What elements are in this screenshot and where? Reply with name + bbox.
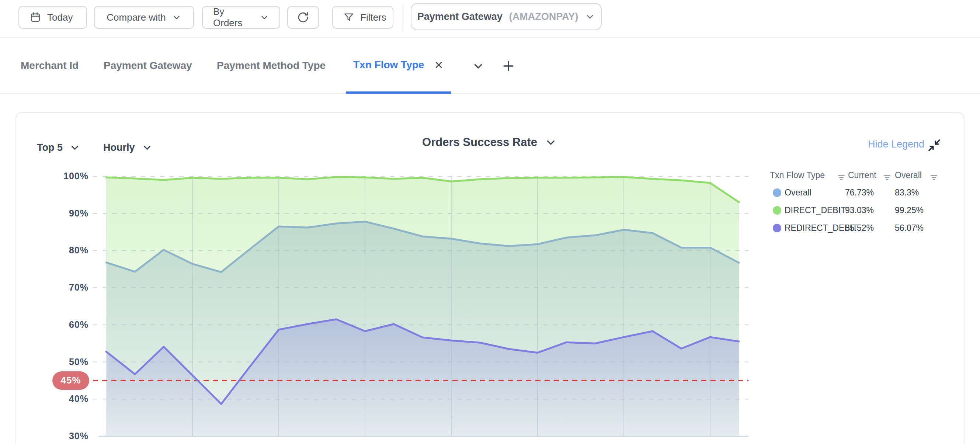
interval-label: Hourly	[103, 142, 135, 153]
chevron-down-icon	[544, 136, 557, 149]
payment-gateway-selector[interactable]: Payment Gateway (AMAZONPAY)	[411, 3, 602, 30]
chevron-down-icon	[259, 13, 269, 22]
y-tick-label: 40%	[37, 393, 89, 404]
calendar-icon	[30, 11, 41, 23]
compare-with-button[interactable]: Compare with	[94, 6, 194, 29]
legend-col-dimension: Txn Flow Type	[770, 170, 825, 180]
legend-col-overall: Overall	[895, 170, 922, 180]
series-overall-value: 99.25%	[895, 205, 924, 215]
hide-legend-link[interactable]: Hide Legend	[868, 138, 924, 150]
tab-txn-flow-type-label: Txn Flow Type	[353, 59, 424, 71]
legend-panel: Txn Flow Type Current Overall Overall76.…	[770, 169, 943, 237]
series-color-dot	[773, 188, 781, 197]
legend-row[interactable]: Overall76.73%83.3%	[770, 184, 943, 201]
dimension-tabs: Merchant Id Payment Gateway Payment Meth…	[0, 38, 980, 94]
today-label: Today	[47, 12, 73, 23]
top-n-dropdown[interactable]: Top 5	[37, 137, 80, 158]
series-color-dot	[773, 224, 781, 232]
chart-title-label: Orders Success Rate	[422, 136, 537, 149]
top-n-label: Top 5	[37, 142, 63, 153]
plus-icon	[501, 59, 515, 73]
series-label: DIRECT_DEBIT	[784, 205, 845, 215]
chevron-down-icon	[69, 142, 80, 153]
filters-label: Filters	[360, 12, 387, 23]
by-orders-label: By Orders	[213, 6, 254, 29]
tab-txn-flow-type[interactable]: Txn Flow Type	[346, 38, 451, 94]
series-overall-value: 83.3%	[895, 188, 919, 198]
series-current-value: 55.52%	[845, 223, 874, 233]
filter-icon	[343, 12, 354, 23]
y-tick-label: 70%	[37, 282, 89, 293]
sort-icon[interactable]	[930, 173, 938, 183]
series-label: REDIRECT_DEBIT	[784, 223, 845, 233]
threshold-badge: 45%	[52, 371, 89, 390]
series-current-value: 93.03%	[845, 205, 874, 215]
compare-with-label: Compare with	[107, 12, 165, 23]
refresh-button[interactable]	[287, 6, 319, 29]
chart-card	[16, 112, 964, 444]
chevron-down-icon	[472, 60, 484, 72]
tabs-overflow-button[interactable]	[472, 38, 484, 94]
collapse-icon[interactable]	[926, 137, 942, 153]
sort-icon[interactable]	[883, 173, 891, 183]
tab-payment-method-type[interactable]: Payment Method Type	[217, 38, 326, 94]
gateway-value: (AMAZONPAY)	[509, 11, 579, 22]
by-orders-button[interactable]: By Orders	[202, 6, 280, 29]
series-label: Overall	[784, 188, 845, 198]
gateway-label: Payment Gateway	[417, 11, 503, 22]
sort-icon[interactable]	[837, 173, 845, 183]
chevron-down-icon	[172, 13, 181, 22]
filters-button[interactable]: Filters	[332, 6, 393, 29]
add-tab-button[interactable]	[501, 38, 515, 94]
toolbar-divider	[402, 5, 403, 31]
y-tick-label: 60%	[37, 319, 89, 330]
legend-col-current: Current	[848, 170, 877, 180]
close-icon[interactable]	[434, 60, 444, 70]
legend-row[interactable]: REDIRECT_DEBIT55.52%56.07%	[770, 219, 943, 237]
today-button[interactable]: Today	[18, 6, 87, 29]
interval-dropdown[interactable]: Hourly	[103, 137, 153, 158]
y-tick-label: 30%	[37, 431, 89, 441]
series-current-value: 76.73%	[845, 188, 874, 198]
metric-title-dropdown[interactable]: Orders Success Rate	[405, 136, 574, 149]
legend-row[interactable]: DIRECT_DEBIT93.03%99.25%	[770, 201, 943, 219]
chevron-down-icon	[585, 11, 595, 22]
y-tick-label: 90%	[37, 208, 89, 219]
chevron-down-icon	[142, 142, 153, 153]
y-tick-label: 100%	[37, 171, 89, 181]
series-overall-value: 56.07%	[895, 223, 924, 233]
y-tick-label: 80%	[37, 245, 89, 256]
tab-payment-gateway[interactable]: Payment Gateway	[103, 38, 192, 94]
series-color-dot	[773, 206, 781, 215]
top-toolbar: Today Compare with By Orders Filters Pay…	[0, 0, 980, 38]
legend-header: Txn Flow Type Current Overall	[770, 169, 943, 184]
y-tick-label: 50%	[37, 356, 89, 367]
tab-merchant-id[interactable]: Merchant Id	[21, 38, 78, 94]
refresh-icon	[297, 11, 309, 24]
